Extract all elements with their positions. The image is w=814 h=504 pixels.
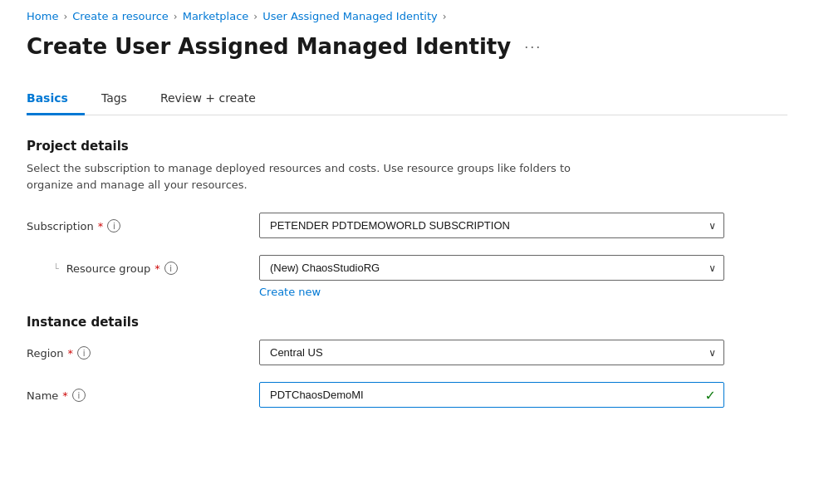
name-input[interactable] — [259, 382, 724, 408]
region-label: Region * i — [27, 346, 259, 360]
breadcrumb-marketplace[interactable]: Marketplace — [183, 10, 249, 22]
breadcrumb-sep-4: › — [443, 11, 447, 22]
subscription-row: Subscription * i PETENDER PDTDEMOWORLD S… — [27, 213, 787, 238]
region-label-col: Region * i — [27, 340, 259, 360]
breadcrumb-sep-2: › — [174, 11, 178, 22]
region-info-icon[interactable]: i — [77, 346, 91, 360]
create-new-link[interactable]: Create new — [259, 286, 321, 298]
name-required: * — [62, 389, 68, 402]
subscription-info-icon[interactable]: i — [107, 219, 120, 232]
page-title: Create User Assigned Managed Identity — [27, 34, 511, 59]
region-label-text: Region — [27, 347, 64, 360]
name-label-text: Name — [27, 389, 58, 402]
breadcrumb-home[interactable]: Home — [27, 10, 58, 22]
instance-details-section: Instance details Region * i Central US ∨ — [27, 315, 787, 408]
rg-dropdown[interactable]: (New) ChaosStudioRG — [259, 255, 724, 281]
name-label-col: Name * i — [27, 382, 259, 402]
tab-tags[interactable]: Tags — [101, 83, 144, 115]
breadcrumb-sep-1: › — [63, 11, 67, 22]
name-input-wrapper: ✓ — [259, 382, 724, 408]
project-details-section: Project details Select the subscription … — [27, 139, 787, 298]
project-details-desc: Select the subscription to manage deploy… — [27, 160, 591, 193]
subscription-label: Subscription * i — [27, 219, 259, 232]
name-label: Name * i — [27, 389, 259, 402]
subscription-control: PETENDER PDTDEMOWORLD SUBSCRIPTION ∨ — [259, 213, 724, 238]
rg-control: (New) ChaosStudioRG ∨ Create new — [259, 255, 724, 298]
subscription-label-col: Subscription * i — [27, 213, 259, 232]
project-details-title: Project details — [27, 139, 787, 154]
region-dropdown[interactable]: Central US — [259, 340, 724, 365]
rg-label: └ Resource group * i — [53, 262, 259, 275]
subscription-dropdown[interactable]: PETENDER PDTDEMOWORLD SUBSCRIPTION — [259, 213, 724, 238]
rg-info-icon[interactable]: i — [164, 262, 178, 275]
breadcrumb-create-resource[interactable]: Create a resource — [72, 10, 169, 22]
rg-required: * — [154, 262, 160, 275]
region-required: * — [68, 347, 74, 360]
tab-basics[interactable]: Basics — [27, 83, 85, 115]
subscription-label-text: Subscription — [27, 220, 94, 232]
subscription-required: * — [98, 220, 104, 232]
page-title-row: Create User Assigned Managed Identity ··… — [27, 34, 787, 59]
resource-group-row: └ Resource group * i (New) ChaosStudioRG… — [27, 255, 787, 298]
name-info-icon[interactable]: i — [72, 389, 86, 402]
rg-dropdown-wrapper: (New) ChaosStudioRG ∨ — [259, 255, 724, 281]
name-control: ✓ — [259, 382, 724, 408]
instance-details-title: Instance details — [27, 315, 787, 330]
name-row: Name * i ✓ — [27, 382, 787, 408]
subscription-dropdown-wrapper: PETENDER PDTDEMOWORLD SUBSCRIPTION ∨ — [259, 213, 724, 238]
breadcrumb-sep-3: › — [253, 11, 257, 22]
region-control: Central US ∨ — [259, 340, 724, 365]
rg-label-col: └ Resource group * i — [27, 255, 259, 275]
page-wrapper: Home › Create a resource › Marketplace ›… — [0, 0, 814, 451]
region-row: Region * i Central US ∨ — [27, 340, 787, 365]
breadcrumb: Home › Create a resource › Marketplace ›… — [27, 10, 787, 22]
breadcrumb-current: User Assigned Managed Identity — [262, 10, 438, 22]
rg-label-text: Resource group — [66, 262, 151, 275]
tab-review-create[interactable]: Review + create — [160, 83, 272, 115]
title-more-button[interactable]: ··· — [519, 37, 547, 57]
region-dropdown-wrapper: Central US ∨ — [259, 340, 724, 365]
tabs-container: Basics Tags Review + create — [27, 82, 787, 115]
